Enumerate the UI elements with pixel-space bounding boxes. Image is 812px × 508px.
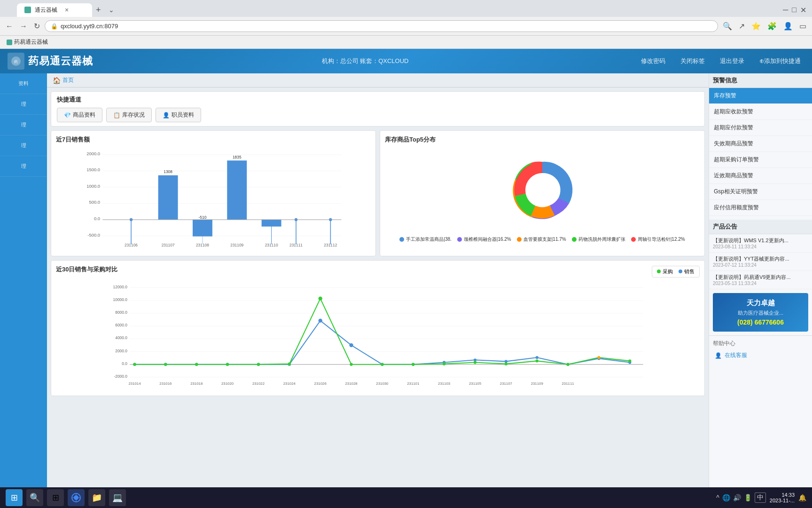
legend-label-3: 血管要膜支架|11.7%	[523, 236, 566, 243]
tab-staff-label: 职员资料	[172, 111, 194, 119]
share-icon[interactable]: ↗	[737, 20, 747, 32]
purchase-legend-dot	[657, 270, 661, 273]
svg-point-77	[257, 363, 260, 366]
close-tag-btn[interactable]: 关闭标签	[677, 55, 709, 67]
search-icon[interactable]: 🔍	[721, 20, 734, 32]
alert-item-expired[interactable]: 失效期商品预警	[709, 136, 812, 152]
sidebar-item-1[interactable]: 资料	[0, 73, 47, 94]
maximize-btn[interactable]: □	[790, 4, 798, 16]
sidebar-item-3[interactable]: 理	[0, 115, 47, 135]
breadcrumb-home[interactable]: 首页	[62, 76, 74, 84]
svg-text:2000.0: 2000.0	[86, 151, 100, 156]
bookmark-icon[interactable]: ⭐	[750, 20, 763, 32]
tab-staff[interactable]: 👤 职员资料	[156, 108, 201, 122]
tab-overflow[interactable]: ⌄	[105, 4, 118, 16]
right-panel: 预警信息 库存预警 超期应收款预警 超期应付款预警 失效期商品预警 超期采购订单…	[709, 73, 812, 508]
legend-label-2: 颈椎椎间融合器|16.2%	[464, 236, 511, 243]
taskbar-search[interactable]: 🔍	[26, 489, 43, 506]
svg-rect-21	[227, 160, 247, 220]
news-title: 产品公告	[709, 220, 812, 234]
browser-tab[interactable]: 通云器械 ×	[17, 3, 92, 17]
svg-point-75	[195, 363, 198, 366]
svg-text:231108: 231108	[196, 243, 209, 247]
taskbar-apps[interactable]: ⊞	[47, 489, 64, 506]
taskbar-terminal[interactable]: 💻	[109, 489, 126, 506]
alert-item-credit[interactable]: 应付信用额度预警	[709, 200, 812, 216]
start-button[interactable]: ⊞	[6, 489, 23, 506]
logo-icon: 药	[8, 53, 24, 70]
home-icon: 🏠	[53, 77, 61, 84]
sidebar-item-2[interactable]: 理	[0, 94, 47, 115]
forward-btn[interactable]: →	[18, 20, 29, 32]
help-title: 帮助中心	[713, 340, 808, 348]
alert-item-receivable[interactable]: 超期应收款预警	[709, 104, 812, 120]
url-input[interactable]	[61, 23, 712, 30]
tray-input[interactable]: 中	[755, 492, 766, 503]
online-service-label: 在线客服	[725, 351, 747, 359]
ad-banner: 天力卓越 助力医疗器械企业... (028) 66776606	[713, 293, 808, 332]
svg-text:231112: 231112	[324, 243, 337, 247]
tray-sound[interactable]: 🔊	[733, 494, 741, 501]
alert-item-gsp[interactable]: Gsp相关证明预警	[709, 184, 812, 200]
svg-text:231030: 231030	[376, 381, 389, 386]
legend-dot-green	[572, 237, 577, 242]
taskbar-time: 14:33 2023-11-...	[770, 492, 795, 503]
svg-text:231109: 231109	[230, 243, 243, 247]
online-service-btn[interactable]: 👤 在线客服	[713, 349, 808, 361]
close-browser-btn[interactable]: ✕	[798, 4, 808, 16]
alerts-title: 预警信息	[709, 73, 812, 88]
svg-text:231014: 231014	[128, 381, 141, 386]
tab-goods-label: 商品资料	[73, 111, 95, 119]
tray-battery[interactable]: 🔋	[744, 494, 752, 501]
legend-dot-red	[631, 237, 636, 242]
time-display: 14:33	[770, 492, 795, 498]
svg-text:-500.0: -500.0	[87, 232, 100, 238]
legend-label-1: 手工添加常温商品|38.	[406, 236, 452, 243]
date-display: 2023-11-...	[770, 498, 795, 503]
minimize-btn[interactable]: ─	[781, 4, 790, 16]
bookmark-item[interactable]: 药易通云器械	[4, 37, 51, 47]
sidebar-item-5[interactable]: 理	[0, 156, 47, 177]
tab-goods[interactable]: 💎 商品资料	[57, 108, 102, 122]
svg-point-63	[349, 343, 353, 347]
svg-text:500.0: 500.0	[89, 199, 101, 205]
taskbar-files[interactable]: 📁	[88, 489, 105, 506]
svg-text:231024: 231024	[283, 381, 296, 386]
svg-text:1835: 1835	[233, 155, 242, 159]
news-text-1: 【更新说明】WMS V1.2更新内...	[713, 237, 808, 244]
add-quick-btn[interactable]: ⊕添加到快捷通	[756, 55, 804, 67]
tray-notification[interactable]: 🔔	[798, 494, 806, 501]
change-pwd-btn[interactable]: 修改密码	[637, 55, 669, 67]
news-item-1[interactable]: 【更新说明】WMS V1.2更新内... 2023-08-11 11:33:24	[709, 234, 812, 253]
svg-text:231020: 231020	[221, 381, 234, 386]
quick-nav: 快捷通道 💎 商品资料 📋 库存状况 👤 职员资料	[51, 91, 705, 127]
taskbar-browser[interactable]	[68, 489, 85, 506]
profile-icon[interactable]: 👤	[781, 20, 795, 32]
alert-item-inventory[interactable]: 库存预警	[709, 88, 812, 104]
tab-inventory[interactable]: 📋 库存状况	[106, 108, 152, 122]
ad-slogan: 助力医疗器械企业...	[718, 310, 803, 317]
address-bar[interactable]: 🔒	[45, 20, 718, 32]
news-item-2[interactable]: 【更新说明】YYT器械更新内容... 2023-07-12 11:33:24	[709, 253, 812, 271]
alert-item-near-expire[interactable]: 近效期商品预警	[709, 168, 812, 184]
tab-title: 通云器械	[35, 6, 57, 14]
extension-icon[interactable]: 🧩	[765, 20, 779, 32]
sidebar-toggle[interactable]: ▭	[797, 20, 808, 32]
quick-nav-title: 快捷通道	[57, 95, 699, 104]
news-item-3[interactable]: 【更新说明】药易通V9更新内容... 2023-05-13 11:33:24	[709, 271, 812, 289]
refresh-btn[interactable]: ↻	[32, 20, 42, 32]
back-btn[interactable]: ←	[4, 20, 15, 32]
svg-text:231016: 231016	[159, 381, 172, 386]
svg-text:药: 药	[14, 60, 18, 64]
alert-item-purchase-order[interactable]: 超期采购订单预警	[709, 152, 812, 168]
new-tab-btn[interactable]: +	[92, 3, 105, 17]
tab-close-btn[interactable]: ×	[65, 6, 69, 14]
logout-btn[interactable]: 退出登录	[716, 55, 748, 67]
svg-text:231107: 231107	[162, 243, 175, 247]
tray-chevron[interactable]: ^	[716, 494, 719, 501]
sidebar-item-4[interactable]: 理	[0, 135, 47, 156]
bar-chart-card: 近7日销售额 2000.0 1500.0 1000.0 500.0 0.0 -5…	[51, 130, 376, 256]
tray-network[interactable]: 🌐	[722, 494, 730, 501]
svg-point-87	[566, 363, 569, 366]
alert-item-payable[interactable]: 超期应付款预警	[709, 120, 812, 136]
